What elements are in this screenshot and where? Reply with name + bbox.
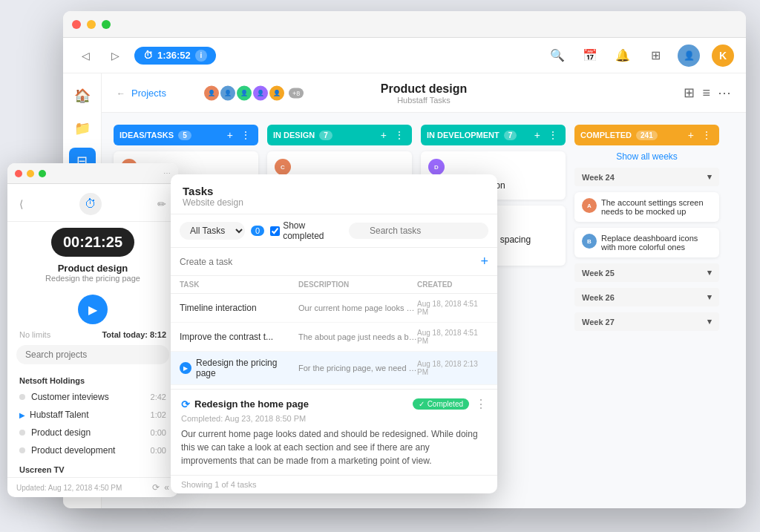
timer-footer-actions: ⟳ «: [152, 482, 169, 493]
col-count-indesign: 7: [319, 131, 332, 140]
task-search-wrap: 🔍: [349, 223, 488, 239]
task-row-play-btn[interactable]: ▶: [180, 362, 191, 374]
completed-card-text: The account settings screen needs to be …: [601, 198, 712, 216]
task-name: Improve the contrast t...: [180, 332, 298, 342]
week-row-24[interactable]: Week 24 ▾: [574, 168, 719, 186]
search-button[interactable]: 🔍: [547, 45, 568, 66]
grid-button[interactable]: ⊞: [645, 45, 666, 66]
col-more-btn-indev[interactable]: ⋮: [546, 129, 560, 141]
timer-play-button[interactable]: ▶: [78, 295, 108, 324]
week-label: Week 24: [582, 173, 615, 182]
project-item-product-development[interactable]: Product development 0:00: [7, 441, 178, 459]
task-detail-actions: ✓ Completed ⋮: [413, 397, 487, 411]
col-header-created: CREATED: [417, 280, 488, 289]
completed-label: Completed: [428, 400, 463, 408]
sidebar-icon-home[interactable]: 🏠: [69, 82, 96, 109]
timer-total-today: Total today: 8:12: [102, 330, 166, 339]
col-add-btn-indesign[interactable]: +: [379, 129, 388, 141]
task-row[interactable]: Timeline interaction Our current home pa…: [171, 294, 497, 323]
calendar-button[interactable]: 📅: [580, 45, 600, 66]
tp-minimize[interactable]: [27, 170, 34, 177]
show-all-weeks[interactable]: Show all weeks: [574, 151, 719, 162]
week-chevron: ▾: [707, 292, 712, 302]
tp-close[interactable]: [15, 170, 22, 177]
forward-button[interactable]: ▷: [105, 45, 125, 66]
task-row-selected[interactable]: ▶ Redesign the pricing page For the pric…: [171, 352, 497, 385]
col-more-btn-indesign[interactable]: ⋮: [393, 129, 406, 141]
project-list: Netsoft Holdings Customer inteviews 2:42…: [7, 370, 178, 477]
task-detail-more-btn[interactable]: ⋮: [475, 397, 487, 411]
view-toggle-btn[interactable]: ⊞: [684, 85, 695, 101]
more-options-btn[interactable]: ⋯: [718, 85, 731, 101]
task-count-badge: 0: [251, 226, 264, 236]
col-add-btn-indev[interactable]: +: [533, 129, 542, 141]
collapse-btn[interactable]: «: [164, 482, 169, 493]
maximize-btn[interactable]: [102, 20, 111, 29]
project-item-customer-interviews[interactable]: Customer inteviews 2:42: [7, 388, 178, 406]
modal-footer: Showing 1 of 4 tasks: [171, 475, 497, 493]
search-projects-input[interactable]: [16, 345, 169, 364]
col-count-indev: 7: [504, 131, 517, 140]
create-task-row: +: [171, 248, 497, 276]
window-titlebar: [63, 11, 746, 38]
task-search-input[interactable]: [349, 223, 488, 239]
week-row-25[interactable]: Week 25 ▾: [574, 263, 719, 282]
tp-maximize[interactable]: [39, 170, 46, 177]
col-add-btn-completed[interactable]: +: [687, 129, 695, 141]
team-count: +8: [289, 88, 304, 98]
kanban-col-header-indesign: IN DESIGN 7 + ⋮: [267, 125, 412, 145]
sidebar-icon-folder[interactable]: 📁: [69, 115, 96, 142]
chevron-right-icon: ▷: [111, 50, 119, 62]
team-avatar-3: 👤: [235, 84, 253, 102]
completed-card[interactable]: A The account settings screen needs to b…: [574, 192, 719, 222]
team-avatars: 👤 👤 👤 👤 👤 +8: [206, 84, 304, 102]
breadcrumb-link[interactable]: Projects: [131, 88, 166, 99]
timer-clock-display: 00:21:25: [51, 228, 134, 257]
tp-more: ⋯: [163, 169, 171, 177]
sync-btn[interactable]: ⟳: [152, 482, 160, 493]
minimize-btn[interactable]: [87, 20, 96, 29]
list-view-btn[interactable]: ≡: [702, 85, 710, 101]
col-add-btn-ideas[interactable]: +: [226, 129, 235, 141]
kanban-col-header-completed: COMPLETED 241 + ⋮: [574, 125, 719, 145]
timer-panel-icon-right[interactable]: ✏: [157, 198, 166, 210]
task-desc: Our current home page looks dated and sh…: [298, 303, 417, 312]
timer-icon: ⏱: [143, 50, 153, 61]
add-task-button[interactable]: +: [480, 254, 488, 269]
user-avatar[interactable]: 👤: [678, 45, 700, 67]
timer-display: 00:21:25 Product design Redesign the pri…: [7, 222, 178, 289]
task-filter-select[interactable]: All Tasks: [180, 222, 245, 240]
task-created: Aug 18, 2018 4:51 PM: [417, 329, 488, 345]
show-completed-checkbox[interactable]: [270, 226, 280, 236]
modal-subtitle: Website design: [183, 197, 485, 208]
show-completed-label[interactable]: Show completed: [270, 220, 343, 241]
timer-footer: Updated: Aug 12, 2018 4:50 PM ⟳ «: [7, 477, 178, 497]
completed-card-avatar: A: [582, 198, 597, 213]
task-detail-title: ⟳ Redesign the home page: [181, 398, 309, 410]
create-task-input[interactable]: [180, 257, 480, 267]
week-row-27[interactable]: Week 27 ▾: [574, 312, 719, 331]
user-initial-avatar[interactable]: K: [712, 45, 734, 67]
task-detail-description: Our current home page looks dated and sh…: [181, 427, 487, 467]
back-button[interactable]: ◁: [75, 45, 96, 66]
task-name: Timeline interaction: [180, 303, 298, 313]
task-desc-selected: For the pricing page, we need to try out…: [298, 364, 417, 372]
week-row-26[interactable]: Week 26 ▾: [574, 288, 719, 306]
task-row[interactable]: Improve the contrast t... The about page…: [171, 323, 497, 352]
week-label: Week 26: [582, 293, 615, 302]
bell-button[interactable]: 🔔: [612, 45, 633, 66]
timer-limit-row: No limits Total today: 8:12: [7, 330, 178, 339]
timer-footer-text: Updated: Aug 12, 2018 4:50 PM: [16, 484, 122, 492]
project-item-product-design-netsoft[interactable]: Product design 0:00: [7, 424, 178, 441]
close-btn[interactable]: [72, 20, 81, 29]
completed-card[interactable]: B Replace deashboard icons with more col…: [574, 228, 719, 257]
tp-logo-icon: ⏱: [85, 197, 96, 211]
col-more-btn-completed[interactable]: ⋮: [700, 129, 713, 141]
breadcrumb: ← Projects 👤 👤 👤 👤 👤 +8: [117, 88, 166, 99]
project-item-hubstaff-talent[interactable]: ▶ Hubstaff Talent 1:02: [7, 406, 178, 424]
col-more-btn-ideas[interactable]: ⋮: [239, 129, 252, 141]
task-detail-meta: Completed: Aug 23, 2018 8:50 PM: [181, 414, 487, 423]
back-arrow[interactable]: ←: [117, 88, 125, 98]
chevron-left-icon: ◁: [82, 50, 90, 62]
timer-panel-icon-left[interactable]: ⟨: [19, 198, 23, 210]
